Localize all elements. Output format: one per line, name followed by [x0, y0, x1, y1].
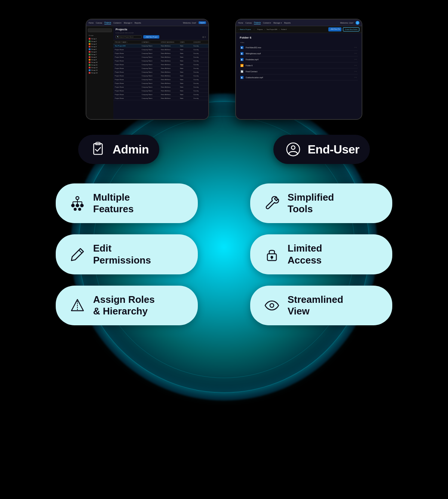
features-row-2: EditPermissions LimitedAccess — [56, 234, 392, 274]
svg-point-15 — [79, 208, 81, 210]
svg-point-22 — [270, 304, 274, 307]
features-row-1: MultipleFeatures SimplifiedTools — [56, 183, 392, 223]
triangle-icon — [68, 296, 87, 315]
svg-point-2 — [291, 146, 295, 149]
svg-rect-0 — [94, 144, 102, 155]
edit-permissions-text: EditPermissions — [93, 243, 151, 266]
multiple-features-pill: MultipleFeatures — [56, 183, 198, 223]
simplified-tools-pill: SimplifiedTools — [250, 183, 392, 223]
admin-role-badge: Admin — [78, 135, 159, 164]
assign-roles-text: Assign Roles& Hierarchy — [93, 294, 155, 317]
features-grid: MultipleFeatures SimplifiedTools — [56, 183, 392, 337]
svg-point-18 — [271, 256, 273, 258]
scene: Home Canvas Projects Content ▾ Manage ▾ … — [0, 0, 448, 499]
limited-access-pill: LimitedAccess — [250, 234, 392, 274]
svg-point-3 — [76, 197, 79, 200]
svg-point-13 — [81, 204, 83, 207]
hierarchy-icon — [68, 194, 87, 213]
svg-point-14 — [74, 208, 76, 210]
streamlined-view-text: StreamlinedView — [288, 294, 343, 317]
enduser-icon — [284, 140, 303, 159]
tablet-admin: Home Canvas Projects Content ▾ Manage ▾ … — [86, 19, 209, 120]
enduser-role-badge: End-User — [273, 135, 370, 164]
features-row-3: Assign Roles& Hierarchy StreamlinedView — [56, 286, 392, 325]
lock-icon — [262, 245, 282, 264]
tablet-enduser: Home Canvas Projects Content ▾ Manage ▾ … — [235, 19, 362, 120]
admin-icon — [89, 140, 107, 159]
edit-permissions-pill: EditPermissions — [56, 234, 198, 274]
limited-access-text: LimitedAccess — [288, 243, 322, 266]
eye-icon — [262, 296, 282, 315]
admin-label: Admin — [113, 143, 149, 156]
svg-point-11 — [72, 204, 74, 207]
pencil-icon — [68, 245, 87, 264]
svg-line-16 — [79, 250, 82, 253]
wrench-icon — [262, 194, 282, 213]
tablets-container: Home Canvas Projects Content ▾ Manage ▾ … — [78, 11, 370, 131]
roles-container: Admin End-User — [78, 135, 370, 164]
simplified-tools-text: SimplifiedTools — [288, 192, 334, 215]
multiple-features-text: MultipleFeatures — [93, 192, 134, 215]
streamlined-view-pill: StreamlinedView — [250, 286, 392, 325]
svg-point-12 — [76, 204, 79, 207]
assign-roles-pill: Assign Roles& Hierarchy — [56, 286, 198, 325]
enduser-label: End-User — [308, 143, 359, 156]
